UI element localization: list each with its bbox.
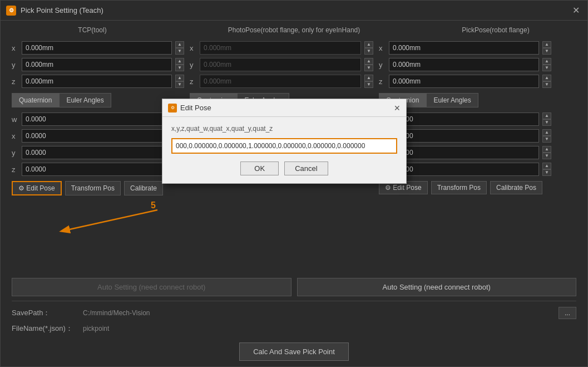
tcp-z-label: z (12, 77, 18, 86)
tcp-x-input[interactable] (22, 41, 172, 55)
filename-row: FileName(*.json)： pickpoint (12, 324, 576, 334)
pick-w-spinner[interactable]: ▲ ▼ (542, 112, 551, 126)
pick-qz-up[interactable]: ▲ (542, 163, 551, 169)
tcp-qy-input[interactable] (22, 146, 172, 159)
tcp-w-input[interactable] (22, 112, 172, 126)
filename-label: FileName(*.json)： (12, 324, 78, 334)
pick-qx-spinner[interactable]: ▲ ▼ (542, 129, 551, 143)
modal-ok-button[interactable]: OK (240, 162, 279, 175)
pick-qz-spinner[interactable]: ▲ ▼ (542, 163, 551, 176)
gear-icon2: ⚙ (385, 184, 393, 192)
tcp-x-label: x (12, 44, 18, 52)
pick-y-down[interactable]: ▼ (542, 65, 551, 71)
pick-w-down[interactable]: ▼ (542, 119, 551, 126)
calc-save-button[interactable]: Calc And Save Pick Point (239, 342, 349, 361)
pick-z-label: z (379, 77, 386, 86)
modal-body: x,y,z,quat_w,quat_x,quat_y,quat_z OK Can… (162, 117, 406, 183)
gear-icon: ⚙ (18, 184, 26, 192)
tcp-y-input[interactable] (22, 58, 172, 71)
tcp-edit-pose-button[interactable]: ⚙ Edit Pose (12, 181, 62, 195)
modal-pose-input[interactable] (171, 138, 397, 154)
tcp-qx-input[interactable] (22, 129, 172, 143)
window-title: Pick Point Setting (Teach) (21, 6, 570, 14)
photo-y-input[interactable] (200, 58, 361, 71)
pick-qy-up[interactable]: ▲ (542, 146, 551, 153)
pick-y-label: y (379, 61, 386, 69)
tcp-column-header: TCP(tool) (12, 26, 173, 34)
tcp-qz-input[interactable] (22, 163, 172, 176)
tcp-z-down[interactable]: ▼ (175, 81, 184, 88)
tcp-y-spinner[interactable]: ▲ ▼ (175, 58, 184, 71)
photo-x-down[interactable]: ▼ (364, 48, 373, 55)
pick-transform-pos-button[interactable]: Transform Pos (431, 181, 487, 194)
close-button[interactable]: ✕ (570, 5, 582, 16)
pick-x-down[interactable]: ▼ (542, 48, 551, 55)
edit-pose-dialog: ⚙ Edit Pose ✕ x,y,z,quat_w,quat_x,quat_y… (162, 99, 407, 184)
photo-z-input[interactable] (200, 75, 361, 88)
main-window: ⚙ Pick Point Setting (Teach) ✕ TCP(tool)… (0, 0, 588, 367)
auto-setting-disabled-button[interactable]: Auto Setting (need connect robot) (12, 278, 291, 296)
pick-x-up[interactable]: ▲ (542, 41, 551, 48)
tcp-quaternion-tab[interactable]: Quaternion (12, 93, 59, 107)
pick-x-spinner[interactable]: ▲ ▼ (542, 41, 551, 55)
photo-y-down[interactable]: ▼ (364, 65, 373, 71)
pick-column-header: PickPose(robot flange) (415, 26, 576, 34)
photo-column-header: PhotoPose(robot flange, only for eyeInHa… (205, 26, 383, 34)
pick-y-spinner[interactable]: ▲ ▼ (542, 58, 551, 71)
pick-euler-tab[interactable]: Euler Angles (426, 93, 478, 107)
pick-qz-input[interactable] (389, 163, 539, 176)
pick-x-label: x (379, 44, 386, 52)
tcp-z-input[interactable] (22, 75, 172, 88)
tcp-w-row: w ▲ ▼ (12, 112, 184, 126)
pick-qx-up[interactable]: ▲ (542, 129, 551, 136)
tcp-y-row: y ▲ ▼ (12, 57, 184, 72)
tcp-y-label: y (12, 61, 18, 69)
tcp-w-label: w (12, 115, 18, 124)
tcp-z-up[interactable]: ▲ (175, 75, 184, 81)
tcp-y-down[interactable]: ▼ (175, 65, 184, 71)
pick-w-input[interactable] (389, 112, 539, 126)
photo-x-input[interactable] (200, 41, 361, 55)
pick-qy-input[interactable] (389, 146, 539, 159)
pick-calibrate-pos-button[interactable]: Calibrate Pos (490, 181, 542, 194)
tcp-action-buttons: ⚙ Edit Pose Transform Pos Calibrate (12, 181, 184, 195)
photo-y-up[interactable]: ▲ (364, 58, 373, 65)
pick-qx-input[interactable] (389, 129, 539, 143)
pick-qz-down[interactable]: ▼ (542, 169, 551, 176)
tcp-transform-pos-button[interactable]: Transform Pos (65, 181, 121, 195)
pick-z-down[interactable]: ▼ (542, 81, 551, 88)
pick-x-input[interactable] (389, 41, 539, 55)
pick-z-spinner[interactable]: ▲ ▼ (542, 75, 551, 88)
tcp-x-down[interactable]: ▼ (175, 48, 184, 55)
auto-setting-enabled-button[interactable]: Auto Setting (need connect robot) (297, 278, 577, 296)
tcp-z-spinner[interactable]: ▲ ▼ (175, 75, 184, 88)
pick-z-up[interactable]: ▲ (542, 75, 551, 81)
pick-w-up[interactable]: ▲ (542, 112, 551, 119)
tcp-x-up[interactable]: ▲ (175, 41, 184, 48)
photo-y-spinner[interactable]: ▲ ▼ (364, 58, 373, 71)
pick-z-input[interactable] (389, 75, 539, 88)
modal-title-bar: ⚙ Edit Pose ✕ (162, 99, 406, 117)
tcp-qz-label: z (12, 165, 18, 174)
bottom-section: SavePath： C:/mmind/Mech-Vision ... FileN… (12, 301, 576, 361)
modal-cancel-button[interactable]: Cancel (284, 162, 328, 175)
pick-qy-down[interactable]: ▼ (542, 153, 551, 159)
tcp-tabs: Quaternion Euler Angles (12, 93, 184, 107)
pick-qy-spinner[interactable]: ▲ ▼ (542, 146, 551, 159)
modal-buttons: OK Cancel (171, 162, 397, 175)
pick-qx-down[interactable]: ▼ (542, 136, 551, 143)
photo-z-spinner[interactable]: ▲ ▼ (364, 75, 373, 88)
pick-y-up[interactable]: ▲ (542, 58, 551, 65)
photo-z-up[interactable]: ▲ (364, 75, 373, 81)
photo-x-up[interactable]: ▲ (364, 41, 373, 48)
tcp-euler-tab[interactable]: Euler Angles (59, 93, 111, 107)
tcp-x-spinner[interactable]: ▲ ▼ (175, 41, 184, 55)
filename-value: pickpoint (83, 325, 576, 332)
photo-x-spinner[interactable]: ▲ ▼ (364, 41, 373, 55)
pick-y-input[interactable] (389, 58, 539, 71)
tcp-y-up[interactable]: ▲ (175, 58, 184, 65)
browse-button[interactable]: ... (559, 307, 576, 319)
photo-z-down[interactable]: ▼ (364, 81, 373, 88)
tcp-calibrate-button[interactable]: Calibrate (124, 181, 163, 195)
modal-close-button[interactable]: ✕ (394, 104, 401, 112)
